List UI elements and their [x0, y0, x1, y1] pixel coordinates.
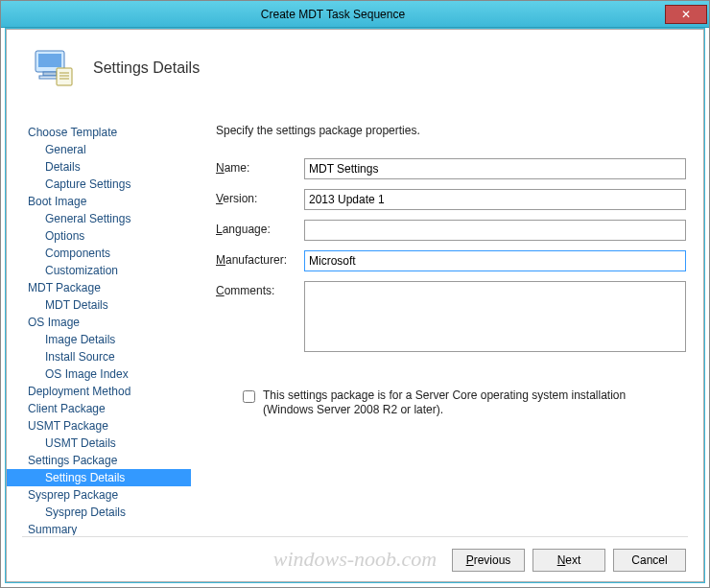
svg-rect-2: [43, 72, 57, 76]
nav-item[interactable]: Components: [7, 245, 191, 262]
next-button[interactable]: Next: [532, 549, 605, 572]
nav-item[interactable]: USMT Details: [7, 435, 191, 452]
watermark: windows-noob.com: [273, 547, 438, 572]
nav-sidebar: Choose TemplateGeneralDetailsCapture Set…: [7, 118, 191, 535]
nav-item[interactable]: Settings Package: [7, 452, 191, 469]
nav-item[interactable]: OS Image Index: [7, 365, 191, 383]
row-name: Name:: [216, 158, 686, 179]
svg-rect-4: [57, 68, 72, 85]
nav-item[interactable]: OS Image: [7, 314, 191, 331]
nav-item[interactable]: Image Details: [7, 331, 191, 348]
nav-item[interactable]: MDT Package: [7, 279, 191, 296]
input-manufacturer[interactable]: [304, 250, 686, 271]
close-button[interactable]: ✕: [665, 5, 707, 24]
wizard-icon: [30, 47, 76, 89]
nav-item[interactable]: Details: [7, 158, 191, 176]
input-name[interactable]: [304, 158, 686, 179]
label-manufacturer: Manufacturer:: [216, 250, 304, 267]
titlebar: Create MDT Task Sequence ✕: [1, 1, 709, 28]
page-title: Settings Details: [93, 59, 200, 77]
header-panel: Settings Details: [7, 30, 703, 110]
close-icon: ✕: [681, 8, 691, 21]
main-panel: Specify the settings package properties.…: [191, 118, 703, 535]
svg-rect-1: [38, 54, 61, 67]
label-version: Version:: [216, 189, 304, 205]
nav-item[interactable]: Options: [7, 227, 191, 245]
cancel-button[interactable]: Cancel: [613, 549, 686, 572]
label-language: Language:: [216, 220, 304, 236]
checkbox-servercore[interactable]: [243, 390, 255, 403]
input-version[interactable]: [304, 189, 686, 210]
nav-item[interactable]: MDT Details: [7, 296, 191, 314]
nav-item[interactable]: USMT Package: [7, 417, 191, 435]
previous-button[interactable]: Previous: [452, 549, 525, 572]
label-name: Name:: [216, 158, 304, 175]
row-version: Version:: [216, 189, 686, 210]
nav-item[interactable]: Sysprep Details: [7, 504, 191, 521]
nav-item[interactable]: Customization: [7, 262, 191, 279]
window-border: Settings Details Choose TemplateGeneralD…: [5, 28, 705, 583]
row-servercore: This settings package is for a Server Co…: [216, 388, 686, 417]
row-comments: Comments:: [216, 281, 686, 352]
nav-item[interactable]: Boot Image: [7, 193, 191, 210]
nav-item[interactable]: Summary: [7, 521, 191, 535]
instruction-text: Specify the settings package properties.: [216, 124, 686, 137]
nav-item[interactable]: Sysprep Package: [7, 486, 191, 504]
nav-item[interactable]: Client Package: [7, 400, 191, 417]
content-area: Choose TemplateGeneralDetailsCapture Set…: [7, 118, 703, 535]
label-servercore: This settings package is for a Server Co…: [263, 388, 627, 417]
input-language[interactable]: [304, 220, 686, 241]
nav-item[interactable]: Install Source: [7, 348, 191, 365]
window-content: Settings Details Choose TemplateGeneralD…: [6, 29, 704, 582]
nav-item[interactable]: General: [7, 141, 191, 158]
row-manufacturer: Manufacturer:: [216, 250, 686, 271]
separator: [22, 536, 688, 537]
nav-item[interactable]: Settings Details: [7, 469, 191, 486]
input-comments[interactable]: [304, 281, 686, 352]
nav-item[interactable]: General Settings: [7, 210, 191, 227]
label-comments: Comments:: [216, 281, 304, 297]
nav-item[interactable]: Choose Template: [7, 124, 191, 141]
window-title: Create MDT Task Sequence: [1, 8, 665, 21]
row-language: Language:: [216, 220, 686, 241]
nav-item[interactable]: Deployment Method: [7, 383, 191, 400]
button-bar: Previous Next Cancel: [452, 549, 686, 572]
nav-item[interactable]: Capture Settings: [7, 176, 191, 193]
